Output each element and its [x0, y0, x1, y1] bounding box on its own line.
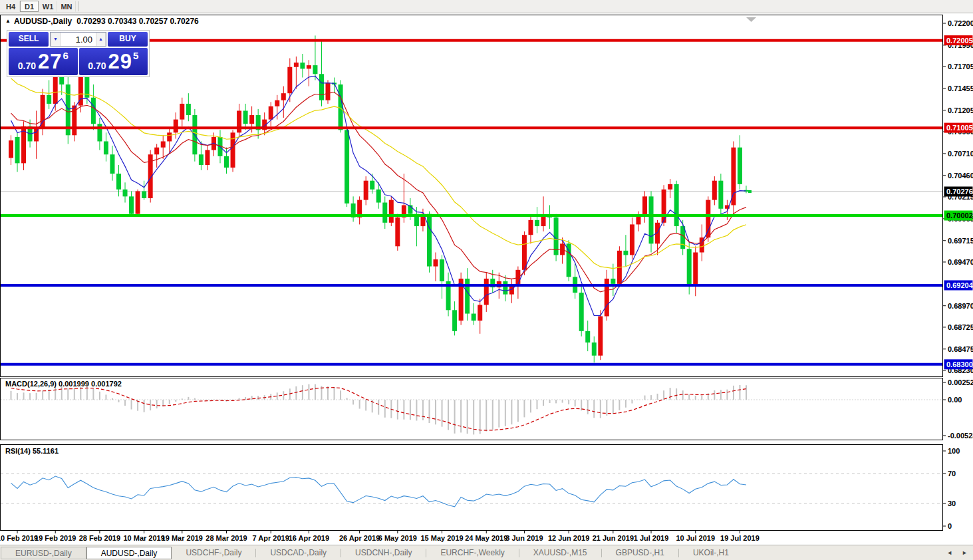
price-axis: 0.722000.719500.717050.714550.712050.709…: [942, 19, 973, 374]
svg-text:0.70710: 0.70710: [948, 150, 973, 158]
svg-text:16 Apr 2019: 16 Apr 2019: [289, 534, 329, 542]
timeframe-button-d1[interactable]: D1: [20, 1, 39, 12]
svg-text:12 Jun 2019: 12 Jun 2019: [548, 534, 589, 542]
tab-usdchf-daily[interactable]: USDCHF-,Daily: [172, 547, 255, 559]
object-marker: [748, 190, 752, 193]
svg-text:1 Jul 2019: 1 Jul 2019: [634, 534, 669, 542]
svg-text:0: 0: [948, 522, 952, 530]
chart-symbol-label: AUDUSD-,Daily: [14, 17, 72, 26]
price-chart-svg[interactable]: 0.722000.719500.717050.714550.712050.709…: [0, 13, 973, 545]
tabs-scroll-left-icon[interactable]: ◄: [946, 549, 952, 556]
buy-price-sup: 5: [133, 50, 138, 61]
svg-text:0.69715: 0.69715: [948, 237, 973, 245]
sell-price-big: 27: [38, 50, 62, 74]
svg-text:-0.005234: -0.005234: [948, 432, 973, 440]
svg-text:0.72200: 0.72200: [948, 19, 973, 27]
macd-indicator-label: MACD(12,26,9) 0.001999 0.001792: [5, 380, 122, 388]
sell-button[interactable]: SELL: [9, 32, 49, 47]
svg-text:10 Jul 2019: 10 Jul 2019: [676, 534, 715, 542]
date-axis: 10 Feb 201919 Feb 201928 Feb 201910 Mar …: [0, 531, 760, 543]
svg-text:3 Jun 2019: 3 Jun 2019: [505, 534, 543, 542]
buy-button[interactable]: BUY: [108, 32, 148, 47]
svg-text:24 May 2019: 24 May 2019: [465, 534, 507, 542]
svg-text:10 Mar 2019: 10 Mar 2019: [123, 534, 164, 542]
svg-text:15 May 2019: 15 May 2019: [420, 534, 463, 542]
tabs-scroll-right-icon[interactable]: ►: [962, 549, 968, 556]
svg-text:0.71205: 0.71205: [948, 106, 973, 114]
timeframe-button-w1[interactable]: W1: [39, 1, 57, 12]
volume-input[interactable]: [61, 33, 96, 46]
tab-gbpusd-h1[interactable]: GBPUSD-,H1: [602, 547, 678, 559]
svg-text:21 Jun 2019: 21 Jun 2019: [593, 534, 634, 542]
chart-header: ▲AUDUSD-,Daily0.70293 0.70343 0.70257 0.…: [5, 17, 199, 26]
svg-text:0.72005: 0.72005: [946, 37, 973, 45]
mt4-chart-window: H4D1W1MN ▲AUDUSD-,Daily0.70293 0.70343 0…: [0, 0, 973, 560]
toolbar-divider: [78, 1, 79, 11]
tab-usdcad-daily[interactable]: USDCAD-,Daily: [256, 547, 341, 559]
collapse-arrow-icon[interactable]: ▲: [5, 18, 11, 24]
svg-text:0.70276: 0.70276: [946, 188, 973, 196]
tabs-scroll-nav: ◄ ►: [946, 549, 968, 556]
chart-ohlc-values: 0.70293 0.70343 0.70257 0.70276: [76, 17, 199, 26]
volume-box: ▼ ▲: [50, 32, 106, 47]
tab-usdcnh-daily[interactable]: USDCNH-,Daily: [341, 547, 426, 559]
tab-xauusd-m15[interactable]: XAUUSD-,M15: [519, 547, 601, 559]
svg-text:28 Mar 2019: 28 Mar 2019: [206, 534, 247, 542]
sell-price-prefix: 0.70: [18, 61, 36, 71]
svg-text:26 Apr 2019: 26 Apr 2019: [339, 534, 380, 542]
svg-text:30: 30: [948, 499, 956, 507]
rsi-indicator-label: RSI(14) 55.1161: [5, 447, 59, 455]
svg-text:100: 100: [948, 447, 960, 455]
svg-text:6 May 2019: 6 May 2019: [378, 534, 417, 542]
panel-frames: [1, 15, 943, 531]
svg-text:19 Feb 2019: 19 Feb 2019: [35, 534, 76, 542]
svg-text:0.68970: 0.68970: [948, 302, 973, 310]
svg-text:7 Apr 2019: 7 Apr 2019: [253, 534, 289, 542]
buy-price-prefix: 0.70: [88, 61, 106, 71]
svg-text:0.70002: 0.70002: [946, 211, 973, 219]
svg-text:19 Mar 2019: 19 Mar 2019: [162, 534, 203, 542]
svg-text:0.69470: 0.69470: [948, 258, 973, 266]
svg-text:0.68725: 0.68725: [948, 323, 973, 331]
svg-text:0.69204: 0.69204: [946, 281, 973, 289]
svg-text:0.002522: 0.002522: [948, 378, 973, 386]
svg-text:0.71455: 0.71455: [948, 84, 973, 92]
tab-audusd-daily[interactable]: AUDUSD-,Daily: [86, 547, 172, 559]
svg-text:0.70460: 0.70460: [948, 172, 973, 180]
timeframe-button-mn[interactable]: MN: [57, 1, 76, 12]
tab-eurchf-weekly[interactable]: EURCHF-,Weekly: [426, 547, 518, 559]
svg-text:10 Feb 2019: 10 Feb 2019: [0, 534, 38, 542]
tab-ukoil-h1[interactable]: UKOil-,H1: [679, 547, 743, 559]
svg-text:19 Jul 2019: 19 Jul 2019: [720, 534, 760, 542]
svg-text:0.68300: 0.68300: [946, 360, 973, 368]
svg-text:0.71005: 0.71005: [946, 124, 973, 132]
tab-eurusd-daily[interactable]: EURUSD-,Daily: [1, 547, 86, 559]
sell-price-sup: 6: [63, 50, 68, 61]
sell-price-display[interactable]: 0.70 27 6: [9, 48, 78, 75]
svg-text:28 Feb 2019: 28 Feb 2019: [79, 534, 120, 542]
chart-tabs-bar: EURUSD-,DailyAUDUSD-,DailyUSDCHF-,DailyU…: [0, 545, 973, 560]
buy-price-big: 29: [108, 50, 132, 74]
svg-text:0.71705: 0.71705: [948, 63, 973, 70]
volume-increase-button[interactable]: ▲: [96, 33, 106, 46]
one-click-trade-panel: SELL ▼ ▲ BUY 0.70 27 6 0.70 29 5: [7, 30, 150, 77]
svg-text:0.00: 0.00: [948, 396, 962, 404]
timeframe-button-h4[interactable]: H4: [1, 1, 20, 12]
volume-decrease-button[interactable]: ▼: [51, 33, 61, 46]
svg-text:0.68475: 0.68475: [948, 345, 973, 353]
timeframe-toolbar: H4D1W1MN: [0, 0, 973, 13]
buy-price-display[interactable]: 0.70 29 5: [79, 48, 148, 75]
svg-text:70: 70: [948, 470, 956, 478]
